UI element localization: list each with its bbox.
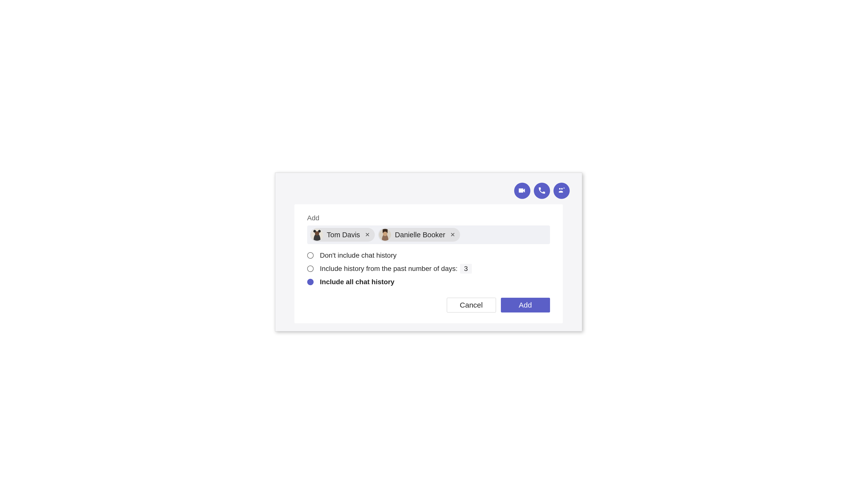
avatar bbox=[379, 229, 391, 241]
people-picker-input[interactable]: Tom Davis ✕ Danielle Booker ✕ bbox=[307, 225, 550, 244]
video-camera-icon bbox=[518, 186, 526, 196]
remove-person-button[interactable]: ✕ bbox=[364, 232, 371, 238]
person-chip-name: Danielle Booker bbox=[395, 231, 446, 239]
radio-icon bbox=[307, 252, 314, 259]
svg-point-0 bbox=[559, 188, 560, 189]
chat-history-options: Don't include chat history Include histo… bbox=[307, 252, 550, 286]
close-icon: ✕ bbox=[450, 231, 455, 238]
dialog-buttons: Cancel Add bbox=[307, 298, 550, 313]
cancel-button[interactable]: Cancel bbox=[447, 298, 496, 313]
radio-icon bbox=[307, 279, 314, 285]
days-input[interactable] bbox=[460, 264, 472, 274]
radio-label: Include history from the past number of … bbox=[320, 264, 472, 274]
history-option-all[interactable]: Include all chat history bbox=[307, 278, 550, 286]
person-chip: Danielle Booker ✕ bbox=[378, 228, 460, 242]
call-toolbar bbox=[281, 178, 576, 204]
history-option-days[interactable]: Include history from the past number of … bbox=[307, 264, 550, 274]
phone-icon bbox=[538, 186, 546, 196]
audio-call-button[interactable] bbox=[534, 183, 550, 199]
people-add-icon bbox=[557, 186, 566, 196]
history-option-none[interactable]: Don't include chat history bbox=[307, 252, 550, 259]
video-call-button[interactable] bbox=[514, 183, 531, 199]
radio-label: Include all chat history bbox=[320, 278, 394, 286]
close-icon: ✕ bbox=[365, 231, 370, 238]
add-people-dialog: Add Tom Davis ✕ Danielle Booker ✕ Don't … bbox=[275, 172, 582, 332]
add-people-button[interactable] bbox=[553, 183, 570, 199]
radio-icon bbox=[307, 266, 314, 272]
radio-label: Don't include chat history bbox=[320, 252, 397, 259]
avatar bbox=[311, 229, 323, 241]
svg-point-1 bbox=[561, 188, 562, 189]
person-chip-name: Tom Davis bbox=[327, 231, 360, 239]
person-chip: Tom Davis ✕ bbox=[310, 228, 375, 242]
add-panel: Add Tom Davis ✕ Danielle Booker ✕ Don't … bbox=[295, 204, 563, 323]
remove-person-button[interactable]: ✕ bbox=[449, 232, 456, 238]
add-button[interactable]: Add bbox=[501, 298, 550, 313]
panel-title: Add bbox=[307, 214, 550, 222]
